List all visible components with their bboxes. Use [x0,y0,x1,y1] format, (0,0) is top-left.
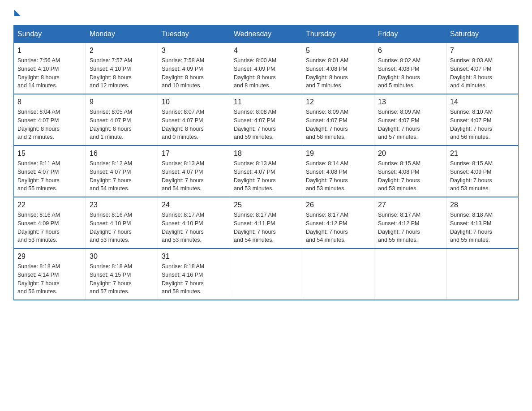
logo-text [13,9,21,16]
day-info: Sunrise: 8:11 AMSunset: 4:07 PMDaylight:… [17,159,82,193]
day-number: 10 [162,98,226,106]
calendar-cell [230,248,302,300]
calendar-cell: 19Sunrise: 8:14 AMSunset: 4:08 PMDayligh… [302,146,374,197]
day-number: 15 [17,150,82,158]
calendar-week-4: 22Sunrise: 8:16 AMSunset: 4:09 PMDayligh… [14,197,519,248]
day-number: 17 [162,150,226,158]
calendar-cell: 12Sunrise: 8:09 AMSunset: 4:07 PMDayligh… [302,94,374,146]
day-info: Sunrise: 8:10 AMSunset: 4:07 PMDaylight:… [450,108,515,141]
day-info: Sunrise: 8:04 AMSunset: 4:07 PMDaylight:… [17,108,82,141]
calendar-cell: 16Sunrise: 8:12 AMSunset: 4:07 PMDayligh… [86,146,158,197]
calendar-cell: 11Sunrise: 8:08 AMSunset: 4:07 PMDayligh… [230,94,302,146]
weekday-header-friday: Friday [374,26,446,43]
day-info: Sunrise: 8:16 AMSunset: 4:10 PMDaylight:… [90,211,154,244]
calendar-cell: 10Sunrise: 8:07 AMSunset: 4:07 PMDayligh… [158,94,230,146]
weekday-header-thursday: Thursday [302,26,374,43]
weekday-header-tuesday: Tuesday [158,26,230,43]
day-info: Sunrise: 7:58 AMSunset: 4:09 PMDaylight:… [162,56,226,90]
weekday-header-sunday: Sunday [14,26,86,43]
day-number: 11 [234,98,298,106]
day-info: Sunrise: 8:16 AMSunset: 4:09 PMDaylight:… [17,211,82,244]
calendar-week-1: 1Sunrise: 7:56 AMSunset: 4:10 PMDaylight… [14,43,519,94]
day-number: 2 [90,47,154,55]
calendar-cell: 17Sunrise: 8:13 AMSunset: 4:07 PMDayligh… [158,146,230,197]
day-number: 3 [162,47,226,55]
calendar-cell: 2Sunrise: 7:57 AMSunset: 4:10 PMDaylight… [86,43,158,94]
calendar-week-2: 8Sunrise: 8:04 AMSunset: 4:07 PMDaylight… [14,94,519,146]
day-number: 12 [306,98,370,106]
day-info: Sunrise: 8:18 AMSunset: 4:16 PMDaylight:… [162,262,226,296]
day-number: 6 [378,47,442,55]
day-info: Sunrise: 8:05 AMSunset: 4:07 PMDaylight:… [90,108,154,141]
calendar-cell [302,248,374,300]
calendar-cell: 21Sunrise: 8:15 AMSunset: 4:09 PMDayligh… [446,146,519,197]
logo-arrow-icon [14,10,21,16]
day-number: 13 [378,98,442,106]
logo [13,9,21,16]
calendar-cell: 1Sunrise: 7:56 AMSunset: 4:10 PMDaylight… [14,43,86,94]
calendar-cell: 31Sunrise: 8:18 AMSunset: 4:16 PMDayligh… [158,248,230,300]
calendar-cell [446,248,519,300]
day-info: Sunrise: 8:09 AMSunset: 4:07 PMDaylight:… [306,108,370,141]
calendar-table: SundayMondayTuesdayWednesdayThursdayFrid… [13,25,519,300]
calendar-cell: 14Sunrise: 8:10 AMSunset: 4:07 PMDayligh… [446,94,519,146]
calendar-cell: 22Sunrise: 8:16 AMSunset: 4:09 PMDayligh… [14,197,86,248]
calendar-cell: 26Sunrise: 8:17 AMSunset: 4:12 PMDayligh… [302,197,374,248]
day-info: Sunrise: 8:18 AMSunset: 4:13 PMDaylight:… [450,211,515,244]
day-number: 16 [90,150,154,158]
day-info: Sunrise: 8:15 AMSunset: 4:08 PMDaylight:… [378,159,442,193]
day-info: Sunrise: 7:56 AMSunset: 4:10 PMDaylight:… [17,56,82,90]
calendar-cell: 20Sunrise: 8:15 AMSunset: 4:08 PMDayligh… [374,146,446,197]
day-info: Sunrise: 7:57 AMSunset: 4:10 PMDaylight:… [90,56,154,90]
day-info: Sunrise: 8:12 AMSunset: 4:07 PMDaylight:… [90,159,154,193]
weekday-header-wednesday: Wednesday [230,26,302,43]
calendar-cell: 6Sunrise: 8:02 AMSunset: 4:08 PMDaylight… [374,43,446,94]
day-info: Sunrise: 8:13 AMSunset: 4:07 PMDaylight:… [234,159,298,193]
day-number: 31 [162,253,226,261]
calendar-week-5: 29Sunrise: 8:18 AMSunset: 4:14 PMDayligh… [14,248,519,300]
day-number: 27 [378,201,442,209]
calendar-cell [374,248,446,300]
day-number: 26 [306,201,370,209]
day-info: Sunrise: 8:15 AMSunset: 4:09 PMDaylight:… [450,159,515,193]
day-number: 5 [306,47,370,55]
weekday-header-row: SundayMondayTuesdayWednesdayThursdayFrid… [14,26,519,43]
day-number: 7 [450,47,515,55]
calendar-cell: 8Sunrise: 8:04 AMSunset: 4:07 PMDaylight… [14,94,86,146]
calendar-cell: 29Sunrise: 8:18 AMSunset: 4:14 PMDayligh… [14,248,86,300]
calendar-cell: 27Sunrise: 8:17 AMSunset: 4:12 PMDayligh… [374,197,446,248]
day-info: Sunrise: 8:18 AMSunset: 4:14 PMDaylight:… [17,262,82,296]
calendar-cell: 5Sunrise: 8:01 AMSunset: 4:08 PMDaylight… [302,43,374,94]
calendar-cell: 24Sunrise: 8:17 AMSunset: 4:10 PMDayligh… [158,197,230,248]
day-info: Sunrise: 8:17 AMSunset: 4:10 PMDaylight:… [162,211,226,244]
page-header [13,9,519,16]
day-number: 24 [162,201,226,209]
calendar-cell: 15Sunrise: 8:11 AMSunset: 4:07 PMDayligh… [14,146,86,197]
day-info: Sunrise: 8:17 AMSunset: 4:11 PMDaylight:… [234,211,298,244]
calendar-cell: 18Sunrise: 8:13 AMSunset: 4:07 PMDayligh… [230,146,302,197]
calendar-week-3: 15Sunrise: 8:11 AMSunset: 4:07 PMDayligh… [14,146,519,197]
day-info: Sunrise: 8:08 AMSunset: 4:07 PMDaylight:… [234,108,298,141]
weekday-header-monday: Monday [86,26,158,43]
day-number: 19 [306,150,370,158]
calendar-cell: 13Sunrise: 8:09 AMSunset: 4:07 PMDayligh… [374,94,446,146]
day-number: 4 [234,47,298,55]
calendar-cell: 30Sunrise: 8:18 AMSunset: 4:15 PMDayligh… [86,248,158,300]
day-info: Sunrise: 8:03 AMSunset: 4:07 PMDaylight:… [450,56,515,90]
day-info: Sunrise: 8:09 AMSunset: 4:07 PMDaylight:… [378,108,442,141]
day-number: 9 [90,98,154,106]
day-info: Sunrise: 8:00 AMSunset: 4:09 PMDaylight:… [234,56,298,90]
day-number: 29 [17,253,82,261]
day-number: 21 [450,150,515,158]
day-number: 8 [17,98,82,106]
day-info: Sunrise: 8:01 AMSunset: 4:08 PMDaylight:… [306,56,370,90]
calendar-cell: 25Sunrise: 8:17 AMSunset: 4:11 PMDayligh… [230,197,302,248]
day-info: Sunrise: 8:18 AMSunset: 4:15 PMDaylight:… [90,262,154,296]
calendar-cell: 23Sunrise: 8:16 AMSunset: 4:10 PMDayligh… [86,197,158,248]
calendar-cell: 3Sunrise: 7:58 AMSunset: 4:09 PMDaylight… [158,43,230,94]
day-number: 25 [234,201,298,209]
calendar-cell: 28Sunrise: 8:18 AMSunset: 4:13 PMDayligh… [446,197,519,248]
calendar-cell: 9Sunrise: 8:05 AMSunset: 4:07 PMDaylight… [86,94,158,146]
day-number: 14 [450,98,515,106]
day-number: 23 [90,201,154,209]
